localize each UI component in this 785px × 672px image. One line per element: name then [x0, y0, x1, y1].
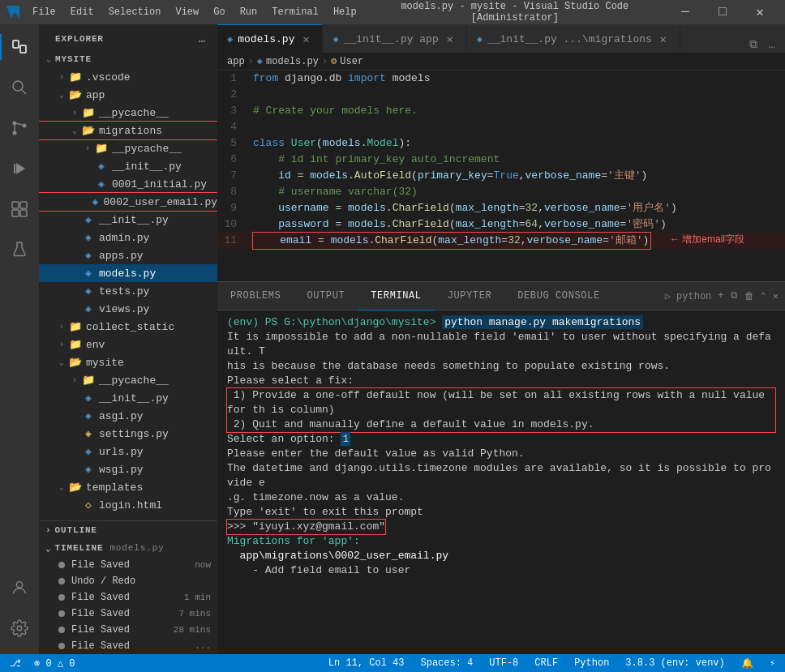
tree-item-init-migrations[interactable]: › ◈ __init__.py	[39, 157, 217, 175]
menu-selection[interactable]: Selection	[102, 5, 168, 19]
terminal[interactable]: (env) PS G:\python\django\mysite> python…	[217, 310, 785, 573]
timeline-item-3[interactable]: File Saved 7 mins	[39, 606, 217, 622]
settings-activity-icon[interactable]	[0, 609, 39, 648]
breadcrumb-file[interactable]: models.py	[266, 56, 319, 67]
breadcrumb-class[interactable]: User	[340, 56, 363, 67]
tree-item-login[interactable]: › ◇ login.html	[39, 496, 217, 514]
menu-edit[interactable]: Edit	[64, 5, 101, 19]
maximize-panel-button[interactable]: ⌃	[761, 290, 766, 302]
tree-item-init-app[interactable]: › ◈ __init__.py	[39, 211, 217, 229]
problems-tab[interactable]: PROBLEMS	[217, 282, 294, 310]
tree-item-pycache2[interactable]: › 📁 __pycache__	[39, 139, 217, 157]
timeline-item-2[interactable]: File Saved 1 min	[39, 589, 217, 606]
indentation[interactable]: Spaces: 4	[417, 657, 476, 669]
split-terminal-button[interactable]: ⧉	[731, 290, 738, 302]
source-control-activity-icon[interactable]	[0, 109, 39, 148]
tree-item-migrations[interactable]: ⌄ 📂 migrations	[39, 122, 217, 139]
timeline-item-1[interactable]: Undo / Redo	[39, 573, 217, 589]
tree-item-mysite-folder[interactable]: ⌄ 📂 mysite	[39, 353, 217, 371]
error-warning-count[interactable]: ⊗ 0 △ 0	[31, 657, 78, 670]
kill-terminal-button[interactable]: 🗑	[744, 290, 754, 302]
menu-run[interactable]: Run	[234, 5, 264, 19]
timeline-label-2: File Saved	[71, 592, 178, 603]
menu-view[interactable]: View	[169, 5, 205, 19]
extensions-activity-icon[interactable]	[0, 190, 39, 229]
tree-item-env[interactable]: › 📁 env	[39, 336, 217, 353]
tree-item-urls[interactable]: › ◈ urls.py	[39, 443, 217, 460]
explorer-activity-icon[interactable]	[0, 28, 39, 66]
line-num-11: 11	[217, 233, 250, 249]
tree-item-pycache1[interactable]: › 📁 __pycache__	[39, 104, 217, 122]
terminal-line-3: Please select a fix:	[227, 374, 775, 388]
split-editor-button[interactable]: ⧉	[746, 36, 761, 53]
tree-item-settings[interactable]: › ◈ settings.py	[39, 425, 217, 443]
language-mode[interactable]: Python	[571, 657, 612, 669]
folder-open-icon: 📂	[68, 88, 83, 101]
svg-point-4	[13, 122, 17, 126]
breadcrumb-app[interactable]: app	[227, 56, 245, 67]
maximize-button[interactable]: □	[704, 0, 741, 24]
notifications-icon[interactable]: 🔔	[738, 657, 757, 670]
tree-item-templates[interactable]: ⌄ 📂 templates	[39, 478, 217, 496]
close-panel-button[interactable]: ✕	[773, 290, 779, 302]
code-line-10: 10 password = models.CharField(max_lengt…	[217, 216, 785, 233]
tree-root-mysite[interactable]: ⌄ MYSITE	[39, 50, 217, 68]
menu-help[interactable]: Help	[327, 5, 363, 19]
pycache2-label: __pycache__	[112, 143, 217, 155]
init-app-tab-close[interactable]: ✕	[444, 32, 457, 45]
tree-item-apps[interactable]: › ◈ apps.py	[39, 246, 217, 264]
tree-item-collect[interactable]: › 📁 collect_static	[39, 318, 217, 336]
models-tab-close[interactable]: ✕	[299, 32, 312, 45]
line-ending[interactable]: CRLF	[531, 657, 561, 669]
mysite-label: MYSITE	[55, 54, 217, 64]
tree-item-wsgi[interactable]: › ◈ wsgi.py	[39, 460, 217, 478]
flask-activity-icon[interactable]	[0, 230, 39, 269]
vscode-arrow: ›	[55, 73, 68, 82]
tab-init-migrations[interactable]: ◈ __init__.py ...\migrations ✕	[467, 24, 680, 53]
tree-item-admin[interactable]: › ◈ admin.py	[39, 229, 217, 246]
more-actions-button[interactable]: …	[766, 36, 779, 53]
menu-terminal[interactable]: Terminal	[265, 5, 325, 19]
tree-item-app[interactable]: ⌄ 📂 app	[39, 86, 217, 104]
init-app-tab-icon: ◈	[332, 33, 338, 45]
tree-item-init-mysite[interactable]: › ◈ __init__.py	[39, 389, 217, 407]
menu-go[interactable]: Go	[207, 5, 231, 19]
remote-icon[interactable]: ⚡	[766, 657, 779, 670]
init-migrations-tab-close[interactable]: ✕	[657, 32, 670, 45]
tree-item-tests[interactable]: › ◈ tests.py	[39, 282, 217, 300]
git-branch[interactable]: ⎇	[6, 657, 24, 670]
tree-item-0001[interactable]: › ◈ 0001_initial.py	[39, 175, 217, 193]
timeline-header[interactable]: ⌄ TIMELINE models.py	[39, 539, 217, 557]
minimize-button[interactable]: ─	[667, 0, 704, 24]
account-activity-icon[interactable]	[0, 568, 39, 607]
tab-models[interactable]: ◈ models.py ✕	[217, 24, 323, 53]
tree-item-vscode[interactable]: › 📁 .vscode	[39, 68, 217, 86]
timeline-item-5[interactable]: File Saved ...	[39, 638, 217, 654]
outline-header[interactable]: › OUTLINE	[39, 521, 217, 539]
timeline-item-4[interactable]: File Saved 28 mins	[39, 622, 217, 638]
tree-item-0002[interactable]: › ◈ 0002_user_email.py	[39, 193, 217, 211]
python-version[interactable]: 3.8.3 (env: venv)	[622, 657, 727, 669]
tab-init-app[interactable]: ◈ __init__.py app ✕	[323, 24, 466, 53]
sidebar-menu-icon[interactable]: …	[197, 31, 208, 47]
templates-arrow: ⌄	[55, 482, 68, 492]
tree-item-models[interactable]: › ◈ models.py	[39, 264, 217, 282]
debug-console-tab[interactable]: DEBUG CONSOLE	[504, 282, 612, 310]
svg-point-2	[13, 81, 23, 91]
terminal-tab[interactable]: TERMINAL	[358, 282, 434, 310]
encoding[interactable]: UTF-8	[486, 657, 521, 669]
code-editor[interactable]: 1 from django.db import models 2 3 # Cre…	[217, 71, 785, 281]
menu-file[interactable]: File	[26, 5, 62, 19]
cursor-position[interactable]: Ln 11, Col 43	[325, 657, 408, 669]
close-button[interactable]: ✕	[741, 0, 779, 24]
search-activity-icon[interactable]	[0, 68, 39, 107]
svg-line-3	[22, 90, 27, 95]
tree-item-pycache3[interactable]: › 📁 __pycache__	[39, 371, 217, 389]
output-tab[interactable]: OUTPUT	[294, 282, 358, 310]
tree-item-views[interactable]: › ◈ views.py	[39, 300, 217, 318]
run-debug-activity-icon[interactable]	[0, 149, 39, 188]
tree-item-asgi[interactable]: › ◈ asgi.py	[39, 407, 217, 425]
timeline-item-0[interactable]: File Saved now	[39, 557, 217, 573]
new-terminal-button[interactable]: +	[718, 290, 723, 302]
jupyter-tab[interactable]: JUPYTER	[435, 282, 505, 310]
